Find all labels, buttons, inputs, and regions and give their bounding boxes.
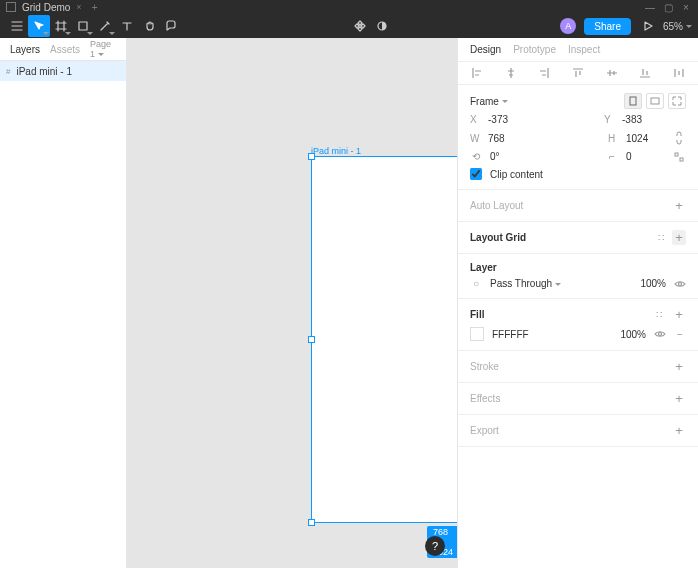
add-auto-layout[interactable]: + bbox=[672, 198, 686, 213]
x-input[interactable]: -373 bbox=[488, 114, 528, 125]
align-controls bbox=[458, 62, 698, 85]
toolbar: A Share 65% bbox=[0, 14, 698, 38]
main-menu-button[interactable] bbox=[6, 15, 28, 37]
clip-content-label: Clip content bbox=[490, 169, 543, 180]
close-tab-icon[interactable]: × bbox=[76, 2, 81, 12]
layer-name: iPad mini - 1 bbox=[16, 66, 72, 77]
selection-handle[interactable] bbox=[308, 519, 315, 526]
zoom-level[interactable]: 65% bbox=[663, 21, 692, 32]
svg-point-7 bbox=[659, 333, 662, 336]
layer-opacity[interactable]: 100% bbox=[640, 278, 666, 289]
component-icon[interactable] bbox=[349, 15, 371, 37]
grid-styles-icon[interactable]: ∷ bbox=[658, 232, 664, 243]
align-vcenter-icon[interactable] bbox=[605, 66, 619, 80]
layer-section-title: Layer bbox=[470, 262, 497, 273]
effects-section-title: Effects bbox=[470, 393, 500, 404]
close-window-icon[interactable]: × bbox=[680, 2, 692, 13]
comment-tool[interactable] bbox=[160, 15, 182, 37]
fill-styles-icon[interactable]: ∷ bbox=[656, 309, 662, 320]
selection-handle[interactable] bbox=[308, 336, 315, 343]
frame-orient-portrait[interactable] bbox=[624, 93, 642, 109]
fill-hex[interactable]: FFFFFF bbox=[492, 329, 529, 340]
tab-inspect[interactable]: Inspect bbox=[568, 44, 600, 55]
tab-assets[interactable]: Assets bbox=[50, 44, 80, 55]
add-fill[interactable]: + bbox=[672, 307, 686, 322]
layout-grid-title: Layout Grid bbox=[470, 232, 526, 243]
y-input[interactable]: -383 bbox=[622, 114, 662, 125]
rotation-input[interactable]: 0° bbox=[490, 151, 530, 162]
fill-opacity[interactable]: 100% bbox=[620, 329, 646, 340]
resize-to-fit[interactable] bbox=[668, 93, 686, 109]
frame-orient-landscape[interactable] bbox=[646, 93, 664, 109]
frame-ipad-mini[interactable] bbox=[311, 156, 457, 523]
layer-row[interactable]: # iPad mini - 1 bbox=[0, 61, 126, 81]
right-panel: Design Prototype Inspect Frame bbox=[457, 38, 698, 568]
hand-tool[interactable] bbox=[138, 15, 160, 37]
file-title: Grid Demo bbox=[22, 2, 70, 13]
y-label: Y bbox=[604, 114, 614, 125]
auto-layout-title: Auto Layout bbox=[470, 200, 523, 211]
w-label: W bbox=[470, 133, 480, 144]
left-panel: Layers Assets Page 1 # iPad mini - 1 bbox=[0, 38, 127, 568]
svg-rect-4 bbox=[675, 153, 678, 156]
svg-rect-5 bbox=[680, 158, 683, 161]
rotation-icon: ⟲ bbox=[470, 151, 482, 162]
frame-label[interactable]: iPad mini - 1 bbox=[311, 146, 361, 156]
h-input[interactable]: 1024 bbox=[626, 133, 666, 144]
text-tool[interactable] bbox=[116, 15, 138, 37]
selection-handle[interactable] bbox=[308, 153, 315, 160]
blend-icon: ○ bbox=[470, 278, 482, 289]
clip-content-checkbox[interactable] bbox=[470, 168, 482, 180]
svg-rect-2 bbox=[630, 97, 636, 105]
fill-swatch[interactable] bbox=[470, 327, 484, 341]
canvas[interactable]: iPad mini - 1 768 × 1024 ? bbox=[127, 38, 457, 568]
frame-tool[interactable] bbox=[50, 15, 72, 37]
new-tab-icon[interactable]: + bbox=[92, 2, 98, 13]
export-section-title: Export bbox=[470, 425, 499, 436]
w-input[interactable]: 768 bbox=[488, 133, 528, 144]
stroke-section-title: Stroke bbox=[470, 361, 499, 372]
distribute-icon[interactable] bbox=[672, 66, 686, 80]
shape-tool[interactable] bbox=[72, 15, 94, 37]
move-tool[interactable] bbox=[28, 15, 50, 37]
align-top-icon[interactable] bbox=[571, 66, 585, 80]
add-effect[interactable]: + bbox=[672, 391, 686, 406]
align-hcenter-icon[interactable] bbox=[504, 66, 518, 80]
align-left-icon[interactable] bbox=[470, 66, 484, 80]
mask-icon[interactable] bbox=[371, 15, 393, 37]
tab-layers[interactable]: Layers bbox=[10, 44, 40, 55]
figma-logo bbox=[6, 2, 16, 12]
pen-tool[interactable] bbox=[94, 15, 116, 37]
tab-prototype[interactable]: Prototype bbox=[513, 44, 556, 55]
radius-icon: ⌐ bbox=[606, 151, 618, 162]
independent-corners-icon[interactable] bbox=[674, 152, 686, 162]
avatar[interactable]: A bbox=[560, 18, 576, 34]
help-button[interactable]: ? bbox=[425, 536, 445, 556]
fill-visibility-icon[interactable] bbox=[654, 329, 666, 339]
page-selector[interactable]: Page 1 bbox=[90, 39, 116, 59]
minimize-icon[interactable]: — bbox=[644, 2, 656, 13]
svg-rect-3 bbox=[651, 98, 659, 104]
add-export[interactable]: + bbox=[672, 423, 686, 438]
constrain-icon[interactable] bbox=[674, 131, 686, 145]
frame-section-title[interactable]: Frame bbox=[470, 96, 499, 107]
present-button[interactable] bbox=[637, 15, 659, 37]
blend-mode[interactable]: Pass Through bbox=[490, 278, 561, 289]
align-bottom-icon[interactable] bbox=[638, 66, 652, 80]
frame-icon: # bbox=[6, 67, 10, 76]
maximize-icon[interactable]: ▢ bbox=[662, 2, 674, 13]
remove-fill[interactable]: − bbox=[674, 329, 686, 340]
add-layout-grid[interactable]: + bbox=[672, 230, 686, 245]
x-label: X bbox=[470, 114, 480, 125]
radius-input[interactable]: 0 bbox=[626, 151, 666, 162]
align-right-icon[interactable] bbox=[537, 66, 551, 80]
add-stroke[interactable]: + bbox=[672, 359, 686, 374]
h-label: H bbox=[608, 133, 618, 144]
svg-rect-0 bbox=[79, 22, 87, 30]
fill-section-title: Fill bbox=[470, 309, 484, 320]
share-button[interactable]: Share bbox=[584, 18, 631, 35]
visibility-icon[interactable] bbox=[674, 279, 686, 289]
svg-point-6 bbox=[679, 282, 682, 285]
tab-design[interactable]: Design bbox=[470, 44, 501, 55]
